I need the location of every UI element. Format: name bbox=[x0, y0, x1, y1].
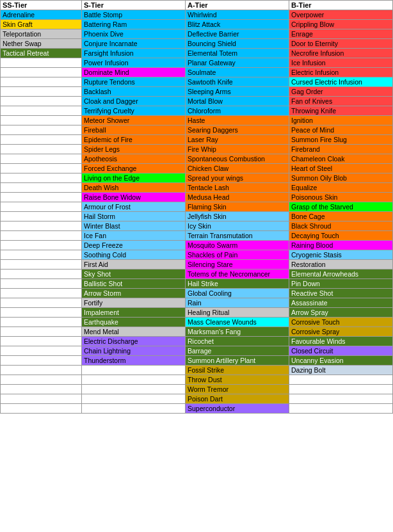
table-cell bbox=[289, 385, 393, 394]
table-row: Death WishTentacle LashEqualize bbox=[1, 183, 393, 193]
table-cell: Healing Ritual bbox=[186, 308, 289, 318]
table-cell: Epidemic of Fire bbox=[82, 135, 186, 145]
table-cell: Winter Blast bbox=[82, 222, 186, 231]
table-cell: Deflective Barrier bbox=[186, 29, 289, 39]
table-cell: Raining Blood bbox=[289, 241, 393, 250]
table-cell bbox=[1, 346, 82, 356]
table-cell bbox=[1, 145, 82, 154]
table-row: FireballSearing DaggersPeace of Mind bbox=[1, 125, 393, 135]
table-cell: Chicken Claw bbox=[186, 164, 289, 173]
table-cell: Assassinate bbox=[289, 298, 393, 308]
table-cell: Death Wish bbox=[82, 183, 186, 193]
table-cell bbox=[1, 279, 82, 289]
table-cell: Raise Bone Widow bbox=[82, 193, 186, 202]
table-cell: Ballistic Shot bbox=[82, 279, 186, 289]
table-row: Mend MetalMarksman's FangCorrosive Spray bbox=[1, 327, 393, 337]
table-cell: Electric Infusion bbox=[289, 68, 393, 77]
table-cell: Teleportation bbox=[1, 29, 82, 39]
table-cell: Earthquake bbox=[82, 318, 186, 327]
table-cell bbox=[82, 385, 186, 394]
table-cell bbox=[1, 270, 82, 279]
table-row: Armour of FrostFlaming SkinGrasp of the … bbox=[1, 202, 393, 212]
table-row: Electric DischargeRicochetFavourable Win… bbox=[1, 337, 393, 346]
table-cell bbox=[1, 212, 82, 222]
table-cell: Cursed Electric Infusion bbox=[289, 77, 393, 87]
table-cell: Mend Metal bbox=[82, 327, 186, 337]
table-cell bbox=[1, 222, 82, 231]
table-row: Arrow StormGlobal CoolingReactive Shot bbox=[1, 289, 393, 298]
table-row: ApotheosisSpontaneous CombustionChameleo… bbox=[1, 154, 393, 164]
table-row: Dominate MindSoulmateElectric Infusion bbox=[1, 68, 393, 77]
header-b: B-Tier bbox=[289, 1, 393, 10]
table-cell: Terrain Transmutation bbox=[186, 231, 289, 241]
table-cell: Fan of Knives bbox=[289, 97, 393, 106]
table-cell: Laser Ray bbox=[186, 135, 289, 145]
table-cell bbox=[1, 135, 82, 145]
table-cell: Living on the Edge bbox=[82, 173, 186, 183]
table-row: Soothing ColdShackles of PainCryogenic S… bbox=[1, 250, 393, 260]
table-row: Living on the EdgeSpread your wingsSummo… bbox=[1, 173, 393, 183]
table-cell: Reactive Shot bbox=[289, 289, 393, 298]
table-cell bbox=[1, 298, 82, 308]
table-row: TeleportationPhoenix DiveDeflective Barr… bbox=[1, 29, 393, 39]
header-s: S-Tier bbox=[82, 1, 186, 10]
table-cell: Icy Skin bbox=[186, 222, 289, 231]
table-row: First AidSilencing StareRestoration bbox=[1, 260, 393, 270]
table-cell: Farsight Infusion bbox=[82, 49, 186, 58]
table-cell: Ignition bbox=[289, 116, 393, 125]
table-cell: Deep Freeze bbox=[82, 241, 186, 250]
table-cell bbox=[1, 183, 82, 193]
table-cell: Terrifying Cruelty bbox=[82, 106, 186, 116]
table-cell: Chain Lightning bbox=[82, 346, 186, 356]
table-row: Spider LegsFire WhipFirebrand bbox=[1, 145, 393, 154]
table-cell: Global Cooling bbox=[186, 289, 289, 298]
table-cell: Dazing Bolt bbox=[289, 366, 393, 375]
table-cell: Throw Dust bbox=[186, 375, 289, 385]
table-cell: Soulmate bbox=[186, 68, 289, 77]
table-cell: Spontaneous Combustion bbox=[186, 154, 289, 164]
table-cell bbox=[82, 394, 186, 404]
table-cell: Crippling Blow bbox=[289, 20, 393, 29]
table-cell bbox=[1, 327, 82, 337]
table-cell: Sawtooth Knife bbox=[186, 77, 289, 87]
table-cell bbox=[1, 164, 82, 173]
table-cell: Rain bbox=[186, 298, 289, 308]
table-cell: Decaying Touch bbox=[289, 231, 393, 241]
table-cell bbox=[1, 58, 82, 68]
table-cell: Overpower bbox=[289, 10, 393, 20]
table-cell: Pin Down bbox=[289, 279, 393, 289]
table-row: Superconductor bbox=[1, 404, 393, 414]
table-cell bbox=[289, 394, 393, 404]
table-cell bbox=[1, 308, 82, 318]
table-cell bbox=[1, 394, 82, 404]
table-cell: Forced Exchange bbox=[82, 164, 186, 173]
table-cell: Fossil Strike bbox=[186, 366, 289, 375]
table-cell bbox=[1, 260, 82, 270]
table-row: FortifyRainAssassinate bbox=[1, 298, 393, 308]
table-cell: Dominate Mind bbox=[82, 68, 186, 77]
table-cell: Flaming Skin bbox=[186, 202, 289, 212]
table-cell bbox=[82, 404, 186, 414]
table-row: Tactical RetreatFarsight InfusionElement… bbox=[1, 49, 393, 58]
table-cell: Cloak and Dagger bbox=[82, 97, 186, 106]
table-cell: Soothing Cold bbox=[82, 250, 186, 260]
table-cell: Summon Artillery Plant bbox=[186, 356, 289, 366]
table-cell: Corrosive Spray bbox=[289, 327, 393, 337]
table-cell: Thunderstorm bbox=[82, 356, 186, 366]
table-cell: Worm Tremor bbox=[186, 385, 289, 394]
table-cell bbox=[1, 154, 82, 164]
table-row: Ballistic ShotHail StrikePin Down bbox=[1, 279, 393, 289]
table-row: Nether SwapConjure IncarnateBouncing Shi… bbox=[1, 39, 393, 49]
table-row: Throw Dust bbox=[1, 375, 393, 385]
table-cell: Silencing Stare bbox=[186, 260, 289, 270]
table-cell: Chloroform bbox=[186, 106, 289, 116]
table-cell: Corrosive Touch bbox=[289, 318, 393, 327]
table-cell: Mosquito Swarm bbox=[186, 241, 289, 250]
table-cell bbox=[289, 404, 393, 414]
table-row: BacklashSleeping ArmsGag Order bbox=[1, 87, 393, 97]
table-cell: Searing Daggers bbox=[186, 125, 289, 135]
table-cell: Ricochet bbox=[186, 337, 289, 346]
table-cell bbox=[1, 241, 82, 250]
table-cell bbox=[1, 385, 82, 394]
tier-table: SS-Tier S-Tier A-Tier B-Tier AdrenalineB… bbox=[0, 0, 393, 414]
